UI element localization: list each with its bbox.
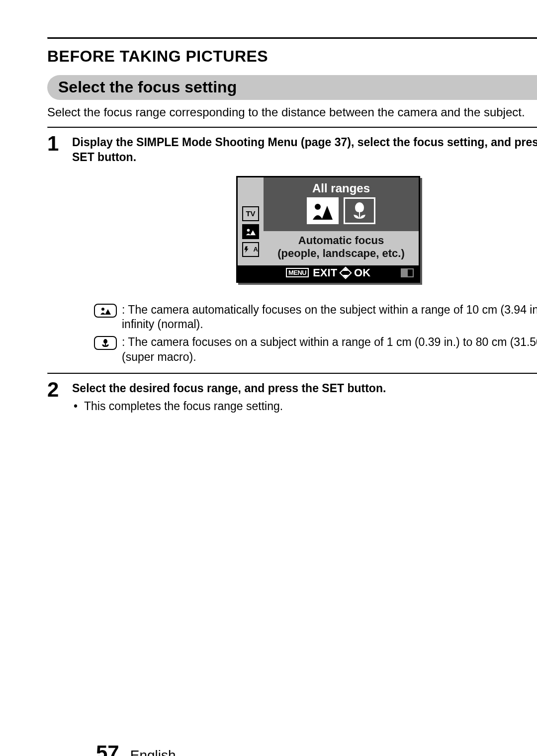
screen-main: All ranges xyxy=(264,177,419,265)
people-mountain-icon xyxy=(94,304,117,318)
def-macro: : The camera focuses on a subject within… xyxy=(94,335,537,365)
svg-point-2 xyxy=(101,308,104,311)
language-label: English xyxy=(130,749,176,756)
desc-line-2: (people, landscape, etc.) xyxy=(267,247,416,260)
menu-icon: MENU xyxy=(286,268,309,277)
screen-footer: MENU EXIT OK xyxy=(238,265,419,281)
page-number: 57 xyxy=(96,743,119,756)
bullet-dot: • xyxy=(72,399,79,414)
screen-top: TV A All ranges xyxy=(238,177,419,265)
exit-label: EXIT xyxy=(313,267,337,278)
screen-desc: Automatic focus (people, landscape, etc.… xyxy=(264,231,419,265)
top-rule xyxy=(47,37,537,39)
side-column: TV A xyxy=(238,177,264,265)
def-normal: : The camera automatically focuses on th… xyxy=(94,303,537,333)
step-number: 2 xyxy=(47,381,63,414)
step-body: Select the desired focus range, and pres… xyxy=(72,381,537,414)
dpad-icon xyxy=(339,266,352,279)
step-2: 2 Select the desired focus range, and pr… xyxy=(47,374,537,414)
ok-label: OK xyxy=(354,267,370,278)
camera-screen: TV A All ranges xyxy=(236,176,420,283)
def-macro-text: : The camera focuses on a subject within… xyxy=(122,335,537,365)
bullet-text: This completes the focus range setting. xyxy=(84,399,283,414)
step-body: Display the SIMPLE Mode Shooting Menu (p… xyxy=(72,135,537,373)
step-1-lead: Display the SIMPLE Mode Shooting Menu (p… xyxy=(72,135,537,165)
step-number: 1 xyxy=(47,135,63,373)
intro-text: Select the focus range corresponding to … xyxy=(47,105,537,120)
people-mountain-icon xyxy=(242,224,259,239)
svg-point-0 xyxy=(247,229,250,232)
page-footer: 57 English xyxy=(96,743,176,756)
tulip-icon xyxy=(94,336,117,350)
people-mountain-icon xyxy=(307,197,339,224)
screen-title: All ranges xyxy=(264,177,419,197)
flash-a-label: A xyxy=(254,246,258,252)
step-2-bullet: • This completes the focus range setting… xyxy=(72,399,537,414)
flash-a-icon: A xyxy=(242,242,259,257)
def-normal-text: : The camera automatically focuses on th… xyxy=(122,303,537,333)
tv-label: TV xyxy=(246,210,255,217)
section-subhead: Select the focus setting xyxy=(47,75,537,100)
icon-row xyxy=(264,197,419,226)
screen-dark-band: All ranges xyxy=(264,177,419,231)
page-title: BEFORE TAKING PICTURES xyxy=(47,48,537,64)
page: BEFORE TAKING PICTURES Select the focus … xyxy=(47,37,537,756)
step-2-lead: Select the desired focus range, and pres… xyxy=(72,381,537,396)
step-1: 1 Display the SIMPLE Mode Shooting Menu … xyxy=(47,128,537,373)
svg-rect-3 xyxy=(105,343,106,347)
page-indicator-icon xyxy=(401,268,414,277)
definitions: : The camera automatically focuses on th… xyxy=(94,303,537,365)
desc-line-1: Automatic focus xyxy=(267,234,416,247)
screen-wrap: TV A All ranges xyxy=(72,176,537,283)
tv-icon: TV xyxy=(242,206,259,221)
svg-point-1 xyxy=(315,204,321,210)
tulip-icon xyxy=(344,197,375,224)
